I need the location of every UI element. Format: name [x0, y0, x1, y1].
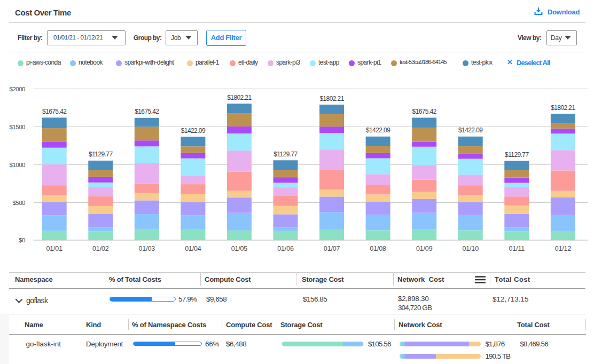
svg-text:01/05: 01/05: [231, 245, 248, 252]
svg-text:01/10: 01/10: [462, 245, 479, 252]
svg-text:$1129.77: $1129.77: [273, 151, 298, 158]
svg-text:01/09: 01/09: [416, 245, 433, 252]
svg-text:01/07: 01/07: [324, 245, 340, 252]
svg-text:01/11: 01/11: [509, 245, 525, 252]
svg-text:01/03: 01/03: [139, 245, 155, 252]
svg-text:$1802.21: $1802.21: [551, 104, 575, 112]
svg-text:01/08: 01/08: [370, 245, 386, 252]
svg-text:$1802.21: $1802.21: [319, 95, 344, 102]
svg-text:$1422.09: $1422.09: [366, 126, 390, 134]
svg-text:$1000: $1000: [10, 162, 26, 168]
svg-text:$1802.21: $1802.21: [227, 94, 252, 101]
svg-text:$1500: $1500: [10, 124, 26, 130]
svg-text:$1129.77: $1129.77: [89, 151, 113, 158]
svg-text:01/04: 01/04: [185, 245, 201, 252]
svg-text:$2000: $2000: [10, 86, 26, 92]
svg-text:01/02: 01/02: [92, 245, 109, 252]
svg-text:01/06: 01/06: [277, 245, 294, 252]
svg-text:$1675.42: $1675.42: [42, 108, 67, 115]
svg-text:$500: $500: [12, 200, 25, 206]
svg-text:$1422.09: $1422.09: [458, 126, 483, 134]
svg-text:$0: $0: [19, 237, 25, 243]
svg-text:$1129.77: $1129.77: [505, 151, 529, 159]
svg-text:01/01: 01/01: [46, 245, 62, 252]
svg-text:$1675.42: $1675.42: [135, 108, 159, 115]
svg-text:01/12: 01/12: [555, 245, 572, 252]
svg-text:$1422.09: $1422.09: [181, 127, 206, 134]
svg-text:$1675.42: $1675.42: [412, 108, 437, 115]
